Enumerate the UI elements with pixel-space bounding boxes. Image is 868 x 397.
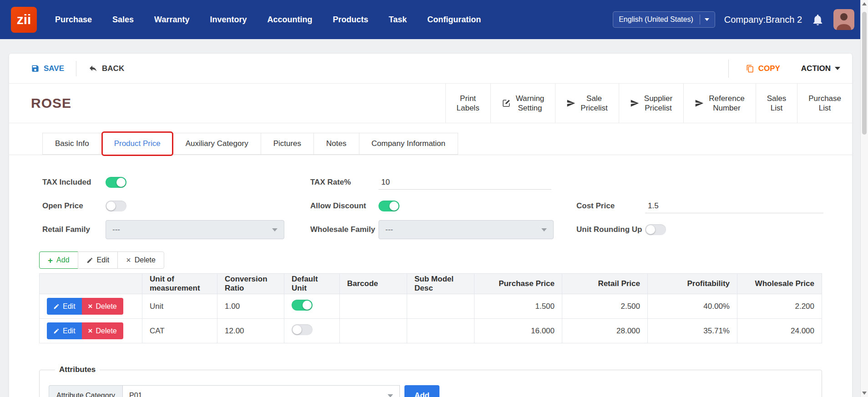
action-label: ACTION <box>801 64 831 73</box>
tab-basic-info[interactable]: Basic Info <box>42 133 102 155</box>
chevron-down-icon <box>388 394 393 397</box>
tax-included-toggle[interactable] <box>106 177 126 188</box>
col-default-unit: Default Unit <box>284 274 340 294</box>
tabs-row: Basic Info Product Price Auxiliary Categ… <box>9 133 852 155</box>
retail-family-select[interactable]: --- <box>106 220 284 239</box>
col-barcode: Barcode <box>340 274 407 294</box>
row-edit-button[interactable]: Edit <box>47 322 82 339</box>
tab-notes[interactable]: Notes <box>313 133 359 155</box>
copy-label: COPY <box>758 64 780 73</box>
default-unit-toggle[interactable] <box>292 324 313 335</box>
top-navbar: zii Purchase Sales Warranty Inventory Ac… <box>0 0 868 39</box>
unit-rounding-up-toggle[interactable] <box>645 224 666 235</box>
unit-table-row: Edit × Delete Unit 1.00 1.500 2.500 40.0… <box>40 294 822 319</box>
back-label: BACK <box>102 64 124 73</box>
nav-warranty[interactable]: Warranty <box>154 15 189 25</box>
nav-configuration[interactable]: Configuration <box>427 15 481 25</box>
nav-purchase[interactable]: Purchase <box>55 15 92 25</box>
close-icon: × <box>88 327 93 335</box>
cell-wholesale-price: 24.000 <box>737 319 822 343</box>
reference-number-button[interactable]: Reference Number <box>683 84 755 123</box>
tab-company-information[interactable]: Company Information <box>359 133 459 155</box>
attribute-category-select[interactable]: P01 <box>122 385 400 397</box>
open-price-label: Open Price <box>42 201 106 211</box>
nav-products[interactable]: Products <box>333 15 368 25</box>
save-label: SAVE <box>44 64 64 73</box>
tab-auxiliary-category[interactable]: Auxiliary Category <box>173 133 261 155</box>
plus-icon: + <box>48 256 53 265</box>
wholesale-family-select[interactable]: --- <box>378 220 554 239</box>
cell-sub-model-desc <box>407 294 474 319</box>
language-label: English (United States) <box>619 15 693 24</box>
language-select[interactable]: English (United States) <box>613 11 715 28</box>
cell-retail-price: 2.500 <box>562 294 648 319</box>
form-row: TAX Included TAX Rate% <box>42 171 852 194</box>
col-wholesale-price: Wholesale Price <box>737 274 822 294</box>
product-header: ROSE Print Labels Warning Setting Sale P… <box>9 84 852 123</box>
print-labels-button[interactable]: Print Labels <box>445 84 490 123</box>
attribute-add-button[interactable]: Add <box>404 385 439 397</box>
retail-family-value: --- <box>112 225 120 234</box>
cell-retail-price: 28.000 <box>562 319 648 343</box>
col-purchase-price: Purchase Price <box>474 274 562 294</box>
notification-bell-icon[interactable] <box>811 13 824 27</box>
send-icon <box>695 99 704 108</box>
save-button[interactable]: SAVE <box>31 64 64 73</box>
unit-edit-button[interactable]: Edit <box>78 251 118 269</box>
chevron-down-icon <box>541 228 547 231</box>
col-actions <box>40 274 142 294</box>
nav-sales[interactable]: Sales <box>112 15 134 25</box>
col-unit-of-measurement: Unit of measurement <box>142 274 217 294</box>
back-button[interactable]: BACK <box>76 61 124 76</box>
vertical-scrollbar[interactable] <box>860 0 868 397</box>
nav-task[interactable]: Task <box>389 15 407 25</box>
scrollbar-thumb[interactable] <box>862 12 867 135</box>
cost-price-label: Cost Price <box>576 201 645 211</box>
cell-conversion-ratio: 1.00 <box>217 294 284 319</box>
scroll-down-arrow-icon[interactable] <box>862 392 867 395</box>
sale-pricelist-button[interactable]: Sale Pricelist <box>555 84 619 123</box>
tax-rate-input[interactable] <box>378 176 551 190</box>
app-logo[interactable]: zii <box>11 7 37 33</box>
allow-discount-toggle[interactable] <box>378 201 399 211</box>
row-edit-button[interactable]: Edit <box>47 298 82 315</box>
divider <box>700 15 700 25</box>
nav-inventory[interactable]: Inventory <box>210 15 247 25</box>
cell-barcode <box>340 294 407 319</box>
retail-family-label: Retail Family <box>42 225 106 234</box>
back-arrow-icon <box>88 64 98 73</box>
wholesale-family-label: Wholesale Family <box>310 225 378 234</box>
attributes-legend: Attributes <box>55 365 100 374</box>
col-retail-price: Retail Price <box>562 274 648 294</box>
action-dropdown-button[interactable]: ACTION <box>801 64 840 73</box>
cell-conversion-ratio: 12.00 <box>217 319 284 343</box>
toolbar: SAVE BACK COPY ACTION <box>9 54 852 84</box>
supplier-pricelist-button[interactable]: Supplier Pricelist <box>619 84 683 123</box>
user-avatar[interactable] <box>833 9 854 30</box>
unit-delete-button[interactable]: × Delete <box>117 251 164 269</box>
nav-accounting[interactable]: Accounting <box>267 15 312 25</box>
product-price-form: TAX Included TAX Rate% Open Price Allow … <box>9 155 852 244</box>
purchase-list-button[interactable]: Purchase List <box>797 84 852 123</box>
col-profitability: Profitability <box>648 274 737 294</box>
tab-product-price[interactable]: Product Price <box>101 131 173 156</box>
warning-setting-button[interactable]: Warning Setting <box>490 84 555 123</box>
pencil-icon <box>53 303 60 310</box>
default-unit-toggle[interactable] <box>292 300 313 311</box>
open-price-toggle[interactable] <box>106 201 126 211</box>
row-delete-button[interactable]: × Delete <box>82 322 123 339</box>
cell-profitability: 40.00% <box>648 294 737 319</box>
chevron-down-icon <box>835 67 840 70</box>
cell-uom: CAT <box>142 319 217 343</box>
sales-list-button[interactable]: Sales List <box>756 84 797 123</box>
cell-uom: Unit <box>142 294 217 319</box>
attribute-category-group: Attribute Category P01 Add <box>49 385 812 397</box>
unit-add-button[interactable]: + Add <box>39 251 78 269</box>
cost-price-input[interactable] <box>645 199 823 213</box>
copy-button[interactable]: COPY <box>746 64 780 73</box>
scroll-up-arrow-icon[interactable] <box>862 2 867 5</box>
tab-pictures[interactable]: Pictures <box>261 133 314 155</box>
navbar-right: English (United States) Company:Branch 2 <box>613 9 854 30</box>
col-conversion-ratio: Conversion Ratio <box>217 274 284 294</box>
row-delete-button[interactable]: × Delete <box>82 298 123 315</box>
